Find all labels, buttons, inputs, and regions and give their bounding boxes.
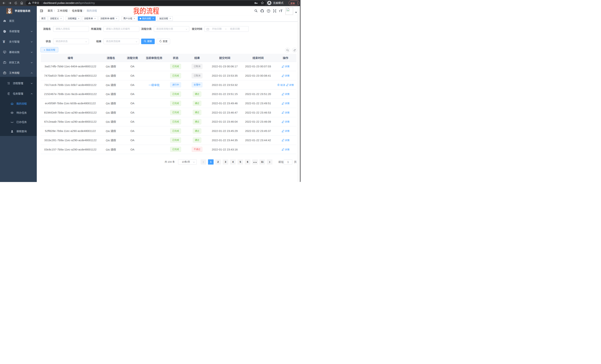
svg-text:T: T — [280, 9, 282, 13]
svg-text:T: T — [279, 10, 280, 13]
svg-text:?: ? — [268, 10, 269, 12]
